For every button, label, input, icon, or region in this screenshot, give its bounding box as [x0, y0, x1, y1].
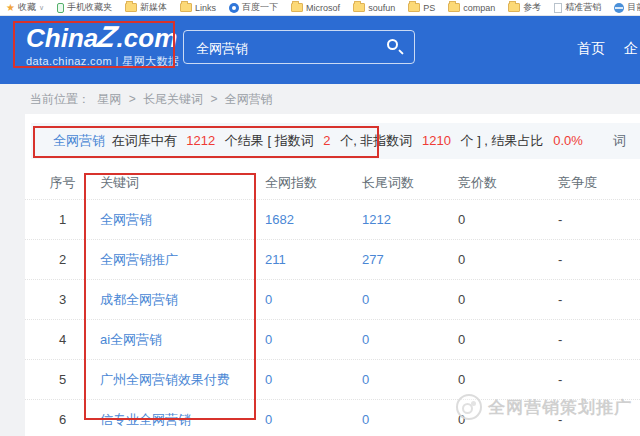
- table-row: 6 信专业全网营销 0 0 0 -: [25, 399, 640, 436]
- bookmark-label: soufun: [368, 3, 395, 13]
- breadcrumb-prefix: 当前位置：: [30, 92, 90, 106]
- netindex-value[interactable]: 0: [265, 292, 362, 307]
- bookmark-folder-links[interactable]: Links: [180, 3, 216, 13]
- summary-total-count: 1212: [186, 133, 215, 148]
- bookmark-label: 新媒体: [140, 1, 167, 14]
- content-card: 全网营销 在词库中有 1212 个结果 [ 指数词 2 个, 非指数词 1210…: [25, 114, 640, 436]
- chinaz-logo[interactable]: ChinaZ.com data.chinaz.com | 星网大数据: [26, 22, 179, 69]
- keyword-link[interactable]: 全网营销推广: [100, 251, 265, 269]
- summary-text: 个结果 [ 指数词: [225, 133, 314, 148]
- bookmark-label: 收藏: [18, 1, 36, 14]
- logo-subtitle: data.chinaz.com | 星网大数据: [26, 54, 179, 69]
- breadcrumb-item-longtail[interactable]: 长尾关键词: [143, 92, 203, 106]
- col-header-index: 序号: [25, 174, 100, 192]
- keyword-link[interactable]: 广州全网营销效果付费: [100, 371, 265, 389]
- bookmark-favorites[interactable]: 收藏: [6, 1, 44, 14]
- bookmark-label: PS: [423, 3, 435, 13]
- summary-nonindex-count: 1210: [422, 133, 451, 148]
- folder-icon: [291, 3, 303, 12]
- bid-value: 0: [458, 212, 558, 227]
- bookmark-label: 手机收藏夹: [67, 1, 112, 14]
- keyword-link[interactable]: ai全网营销: [100, 331, 265, 349]
- bookmark-folder-reference[interactable]: 参考: [508, 1, 541, 14]
- folder-icon: [508, 3, 520, 12]
- result-summary-bar: 全网营销 在词库中有 1212 个结果 [ 指数词 2 个, 非指数词 1210…: [31, 123, 640, 159]
- bookmark-label: 目前主流: [627, 1, 640, 14]
- globe-icon: [614, 3, 624, 13]
- page-icon: [554, 3, 562, 13]
- chevron-down-icon: [39, 4, 44, 12]
- competition-value: -: [558, 212, 640, 227]
- bid-value: 0: [458, 252, 558, 267]
- breadcrumb: 当前位置： 星网 > 长尾关键词 > 全网营销: [30, 91, 277, 108]
- baidu-icon: [229, 3, 239, 13]
- netindex-value[interactable]: 0: [265, 412, 362, 427]
- bookmarks-bar: 收藏 手机收藏夹 新媒体 Links 百度一下 Microsof soufun …: [0, 0, 640, 16]
- summary-index-count: 2: [323, 133, 330, 148]
- longtail-value[interactable]: 277: [362, 252, 458, 267]
- longtail-value[interactable]: 1212: [362, 212, 458, 227]
- breadcrumb-separator: >: [129, 92, 136, 106]
- competition-value: -: [558, 292, 640, 307]
- star-icon: [6, 3, 15, 13]
- netindex-value[interactable]: 211: [265, 252, 362, 267]
- col-header-netindex: 全网指数: [265, 174, 362, 192]
- bookmark-folder-newmedia[interactable]: 新媒体: [125, 1, 167, 14]
- bookmark-folder-soufun[interactable]: soufun: [353, 3, 395, 13]
- netindex-value[interactable]: 0: [265, 332, 362, 347]
- longtail-value[interactable]: 0: [362, 292, 458, 307]
- bid-value: 0: [458, 372, 558, 387]
- clipped-right-text: 词: [613, 132, 626, 150]
- row-number: 4: [25, 332, 100, 347]
- bookmark-label: compan: [463, 3, 495, 13]
- col-header-longtail: 长尾词数: [362, 174, 458, 192]
- row-number: 5: [25, 372, 100, 387]
- search-icon[interactable]: [387, 39, 398, 50]
- bookmark-folder-ps[interactable]: PS: [408, 3, 435, 13]
- bid-value: 0: [458, 292, 558, 307]
- row-number: 2: [25, 252, 100, 267]
- bid-value: 0: [458, 412, 558, 427]
- keyword-link[interactable]: 全网营销: [100, 211, 265, 229]
- phone-icon: [57, 3, 64, 13]
- bookmark-folder-microsoft[interactable]: Microsof: [291, 3, 340, 13]
- summary-ratio: 0.0%: [553, 133, 583, 148]
- bookmark-precision-marketing[interactable]: 精准营销: [554, 1, 601, 14]
- competition-value: -: [558, 332, 640, 347]
- keyword-link[interactable]: 信专业全网营销: [100, 411, 265, 429]
- netindex-value[interactable]: 0: [265, 372, 362, 387]
- longtail-value[interactable]: 0: [362, 332, 458, 347]
- folder-icon: [448, 3, 460, 12]
- breadcrumb-item-xingwang[interactable]: 星网: [97, 92, 121, 106]
- breadcrumb-separator: >: [210, 92, 217, 106]
- keyword-search-input[interactable]: 全网营销: [183, 30, 415, 64]
- folder-icon: [125, 3, 137, 12]
- table-row: 3 成都全网营销 0 0 0 -: [25, 279, 640, 319]
- logo-text: ChinaZ.com: [26, 22, 179, 53]
- row-number: 1: [25, 212, 100, 227]
- bookmark-mainstream[interactable]: 目前主流: [614, 1, 640, 14]
- bookmark-baidu[interactable]: 百度一下: [229, 1, 278, 14]
- netindex-value[interactable]: 1682: [265, 212, 362, 227]
- bookmark-folder-compan[interactable]: compan: [448, 3, 495, 13]
- row-number: 3: [25, 292, 100, 307]
- folder-icon: [353, 3, 365, 12]
- competition-value: -: [558, 412, 640, 427]
- longtail-value[interactable]: 0: [362, 372, 458, 387]
- longtail-value[interactable]: 0: [362, 412, 458, 427]
- competition-value: -: [558, 252, 640, 267]
- summary-keyword-link[interactable]: 全网营销: [53, 133, 105, 148]
- table-row: 1 全网营销 1682 1212 0 -: [25, 199, 640, 239]
- table-header-row: 序号 关键词 全网指数 长尾词数 竞价数 竞争度: [25, 166, 640, 199]
- nav-enterprise-link[interactable]: 企: [624, 40, 638, 58]
- col-header-bid: 竞价数: [458, 174, 558, 192]
- keyword-link[interactable]: 成都全网营销: [100, 291, 265, 309]
- bookmark-label: 百度一下: [242, 1, 278, 14]
- nav-home-link[interactable]: 首页: [577, 40, 605, 58]
- table-row: 5 广州全网营销效果付费 0 0 0 -: [25, 359, 640, 399]
- competition-value: -: [558, 372, 640, 387]
- row-number: 6: [25, 412, 100, 427]
- bookmark-mobile-favorites[interactable]: 手机收藏夹: [57, 1, 112, 14]
- breadcrumb-item-keyword: 全网营销: [225, 92, 273, 106]
- col-header-competition: 竞争度: [558, 174, 640, 192]
